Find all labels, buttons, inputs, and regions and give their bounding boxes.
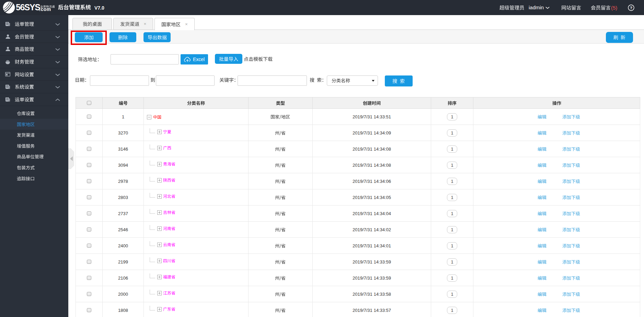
svg-text:?: ?	[630, 6, 632, 10]
